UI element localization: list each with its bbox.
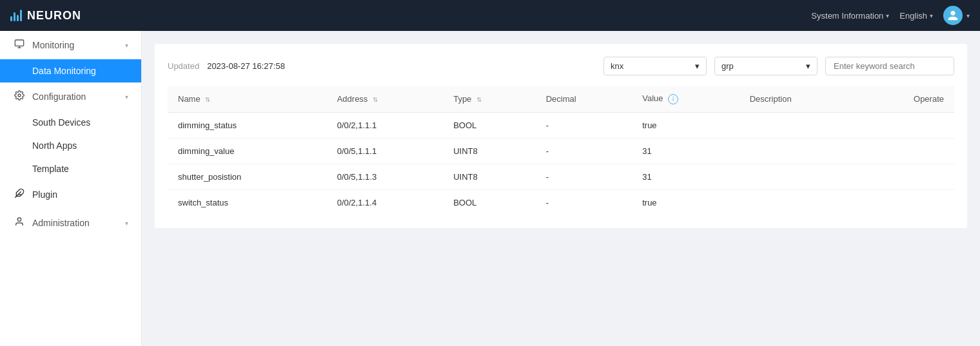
cell-type: UINT8 [443,164,536,189]
group-select-value: grp [721,61,734,71]
cell-address: 0/0/5,1.1.1 [327,138,443,164]
col-decimal-header: Decimal [536,86,632,112]
node-select-value: knx [611,61,623,71]
cell-name: dimming_status [168,112,327,138]
system-info-label: System Information [811,11,883,21]
sidebar-item-south-devices[interactable]: South Devices [0,111,141,134]
cell-address: 0/0/5,1.1.3 [327,164,443,189]
sidebar-item-template[interactable]: Template [0,157,141,180]
configuration-icon [13,90,26,103]
data-panel: Updated 2023-08-27 16:27:58 knx ▾ grp ▾ [155,44,967,228]
monitoring-label: Monitoring [32,40,74,50]
data-table: Name ⇅ Address ⇅ Type ⇅ Decimal [168,86,954,215]
table-row: dimming_value 0/0/5,1.1.1 UINT8 - 31 [168,138,954,164]
administration-chevron-icon: ▾ [125,220,128,227]
user-menu[interactable]: ▾ [943,6,970,25]
cell-type: BOOL [443,112,536,138]
logo-icon [10,10,22,21]
cell-value: true [632,189,739,215]
cell-description [740,112,858,138]
col-type-header[interactable]: Type ⇅ [443,86,536,112]
cell-value: 31 [632,138,739,164]
cell-decimal: - [536,138,632,164]
sidebar-item-plugin[interactable]: Plugin [0,180,141,209]
language-label: English [899,11,927,21]
cell-type: BOOL [443,189,536,215]
plugin-label: Plugin [32,189,57,200]
table-row: dimming_status 0/0/2,1.1.1 BOOL - true [168,112,954,138]
col-description-header: Description [740,86,858,112]
sidebar-monitoring-header[interactable]: Monitoring ▾ [0,31,141,59]
cell-description [740,164,858,189]
topbar-right: System Information ▾ English ▾ ▾ [811,6,970,25]
group-select-chevron-icon: ▾ [806,61,810,71]
monitoring-chevron-icon: ▾ [125,42,128,49]
sidebar-item-data-monitoring[interactable]: Data Monitoring [0,59,141,82]
cell-decimal: - [536,112,632,138]
user-chevron-icon: ▾ [966,12,970,19]
col-address-header[interactable]: Address ⇅ [327,86,443,112]
col-operate-header: Operate [858,86,954,112]
cell-operate [858,189,954,215]
cell-address: 0/0/2,1.1.1 [327,112,443,138]
cell-name: dimming_value [168,138,327,164]
svg-rect-0 [15,40,23,46]
table-row: switch_status 0/0/2,1.1.4 BOOL - true [168,189,954,215]
toolbar: Updated 2023-08-27 16:27:58 knx ▾ grp ▾ [168,57,954,75]
updated-label: Updated [168,61,199,71]
main-layout: Monitoring ▾ Data Monitoring Configurati… [0,31,980,346]
cell-description [740,138,858,164]
address-sort-icon: ⇅ [373,96,378,103]
node-select-chevron-icon: ▾ [695,61,700,71]
topbar: NEURON System Information ▾ English ▾ ▾ [0,0,980,31]
table-header-row: Name ⇅ Address ⇅ Type ⇅ Decimal [168,86,954,112]
cell-operate [858,138,954,164]
sidebar-administration-header[interactable]: Administration ▾ [0,209,141,237]
plugin-icon [13,188,26,201]
col-value-header: Value i [632,86,739,112]
sidebar: Monitoring ▾ Data Monitoring Configurati… [0,31,142,346]
language-dropdown[interactable]: English ▾ [899,11,933,21]
brand-name: NEURON [27,9,81,23]
cell-value: true [632,112,739,138]
north-apps-label: North Apps [32,140,77,151]
south-devices-label: South Devices [32,117,90,128]
avatar [943,6,963,25]
cell-decimal: - [536,189,632,215]
updated-time: 2023-08-27 16:27:58 [207,61,285,71]
administration-label: Administration [32,218,90,228]
cell-name: switch_status [168,189,327,215]
sidebar-item-north-apps[interactable]: North Apps [0,134,141,157]
cell-address: 0/0/2,1.1.4 [327,189,443,215]
sidebar-configuration-header[interactable]: Configuration ▾ [0,82,141,111]
system-info-dropdown[interactable]: System Information ▾ [811,11,889,21]
monitoring-icon [13,39,26,52]
administration-icon [13,216,26,229]
template-label: Template [32,164,69,174]
system-info-chevron-icon: ▾ [886,12,889,19]
type-sort-icon: ⇅ [476,96,482,103]
configuration-label: Configuration [32,91,86,102]
configuration-chevron-icon: ▾ [125,93,128,101]
keyword-search-input[interactable] [825,57,954,75]
cell-type: UINT8 [443,138,536,164]
value-info-icon[interactable]: i [668,94,678,104]
table-row: shutter_posistion 0/0/5,1.1.3 UINT8 - 31 [168,164,954,189]
cell-operate [858,164,954,189]
group-select[interactable]: grp ▾ [714,57,818,75]
language-chevron-icon: ▾ [930,12,933,19]
svg-point-3 [18,94,21,97]
cell-value: 31 [632,164,739,189]
svg-point-6 [17,218,21,221]
content-area: Updated 2023-08-27 16:27:58 knx ▾ grp ▾ [142,31,980,346]
cell-name: shutter_posistion [168,164,327,189]
col-name-header[interactable]: Name ⇅ [168,86,327,112]
data-monitoring-label: Data Monitoring [32,66,96,76]
cell-decimal: - [536,164,632,189]
brand-logo: NEURON [10,9,81,23]
cell-description [740,189,858,215]
node-select[interactable]: knx ▾ [603,57,707,75]
cell-operate [858,112,954,138]
name-sort-icon: ⇅ [205,96,210,103]
